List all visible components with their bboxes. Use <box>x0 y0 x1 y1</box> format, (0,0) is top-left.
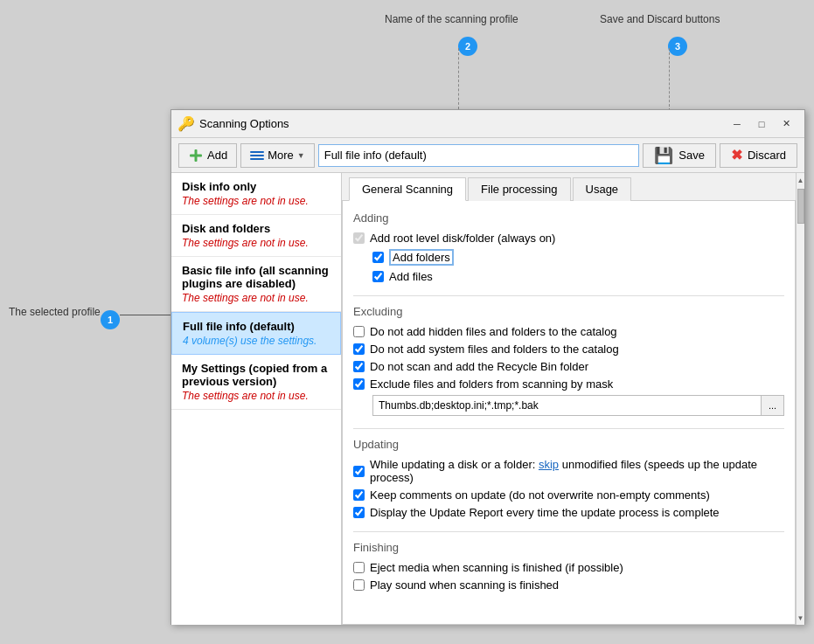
check-no-recycle: Do not scan and add the Recycle Bin fold… <box>353 360 784 373</box>
check-eject-media-input[interactable] <box>353 562 365 573</box>
profile-basic-file-info[interactable]: Basic file info (all scanning plugins ar… <box>171 257 341 312</box>
tab-content: Adding Add root level disk/folder (alway… <box>342 201 796 625</box>
title-bar: 🔑 Scanning Options ─ □ ✕ <box>171 110 804 138</box>
check-no-recycle-input[interactable] <box>353 361 365 372</box>
divider-2 <box>353 428 784 429</box>
check-skip-unmodified: While updating a disk or a folder: skip … <box>353 458 784 484</box>
profile-name: Full file info (default) <box>183 320 330 333</box>
check-play-sound: Play sound when scanning is finished <box>353 578 784 592</box>
add-folders-label: Add folders <box>389 249 454 266</box>
check-add-root: Add root level disk/folder (always on) <box>353 232 784 245</box>
check-exclude-mask-input[interactable] <box>353 378 365 390</box>
check-no-hidden: Do not add hidden files and folders to t… <box>353 325 784 338</box>
window-title: Scanning Options <box>199 117 726 130</box>
profile-full-file-info[interactable]: Full file info (default) 4 volume(s) use… <box>171 312 341 355</box>
check-no-system-input[interactable] <box>353 343 365 355</box>
check-exclude-mask: Exclude files and folders from scanning … <box>353 377 784 391</box>
excluding-section: Excluding Do not add hidden files and fo… <box>353 305 784 416</box>
tab-general-scanning[interactable]: General Scanning <box>349 177 466 201</box>
scroll-thumb[interactable] <box>797 189 804 224</box>
more-button[interactable]: More ▼ <box>240 143 315 168</box>
check-update-report-input[interactable] <box>353 507 365 518</box>
profile-name-annotation: Name of the scanning profile <box>385 13 518 25</box>
profile-status: The settings are not in use. <box>182 237 330 249</box>
window-controls: ─ □ ✕ <box>726 115 797 133</box>
save-button[interactable]: 💾 Save <box>643 143 716 168</box>
annotation-bubble-3: 3 <box>668 37 687 56</box>
excluding-section-title: Excluding <box>353 305 784 318</box>
updating-section-title: Updating <box>353 438 784 451</box>
main-content: Disk info only The settings are not in u… <box>171 173 804 625</box>
tab-file-processing[interactable]: File processing <box>468 177 570 201</box>
profile-status: The settings are not in use. <box>182 390 330 402</box>
check-add-root-input[interactable] <box>353 232 365 244</box>
check-eject-media: Eject media when scanning is finished (i… <box>353 561 784 574</box>
annotation-bubble-1: 1 <box>101 310 120 329</box>
right-panel: General Scanning File processing Usage A… <box>342 173 796 625</box>
annotation-bubble-2: 2 <box>458 37 477 56</box>
tabs: General Scanning File processing Usage <box>342 173 796 201</box>
profiles-panel: Disk info only The settings are not in u… <box>171 173 342 625</box>
check-add-folders: Add folders <box>372 249 784 266</box>
profile-name: Basic file info (all scanning plugins ar… <box>182 264 330 290</box>
updating-section: Updating While updating a disk or a fold… <box>353 438 784 519</box>
profile-disk-info-only[interactable]: Disk info only The settings are not in u… <box>171 173 341 215</box>
check-add-folders-input[interactable] <box>372 252 384 263</box>
skip-link[interactable]: skip <box>539 458 559 471</box>
save-discard-annotation: Save and Discard buttons <box>600 13 720 25</box>
profile-disk-and-folders[interactable]: Disk and folders The settings are not in… <box>171 215 341 257</box>
main-window: 🔑 Scanning Options ─ □ ✕ Add More ▼ 💾 Sa… <box>170 109 805 625</box>
profile-name: My Settings (copied from a previous vers… <box>182 362 330 388</box>
more-icon <box>250 151 264 160</box>
annotation-line-1 <box>120 315 170 315</box>
check-no-hidden-input[interactable] <box>353 326 365 337</box>
toolbar: Add More ▼ 💾 Save ✖ Discard <box>171 138 804 173</box>
profile-status: The settings are not in use. <box>182 195 330 207</box>
selected-profile-annotation: The selected profile <box>9 306 101 318</box>
check-add-files-input[interactable] <box>372 271 384 282</box>
profile-name-input[interactable] <box>318 144 640 167</box>
scroll-up-arrow[interactable]: ▲ <box>797 173 805 187</box>
check-add-files: Add files <box>372 270 784 283</box>
add-icon <box>188 148 204 163</box>
save-icon: 💾 <box>654 146 673 165</box>
mask-input-row: ... <box>372 395 784 416</box>
profile-status: The settings are not in use. <box>182 292 330 304</box>
annotation-line-2 <box>458 48 459 109</box>
mask-input[interactable] <box>372 395 762 416</box>
annotation-line-3 <box>669 48 670 111</box>
more-dropdown-arrow: ▼ <box>297 151 305 160</box>
tab-usage[interactable]: Usage <box>573 177 632 201</box>
check-update-report: Display the Update Report every time the… <box>353 506 784 519</box>
discard-button[interactable]: ✖ Discard <box>720 143 797 168</box>
divider-1 <box>353 295 784 296</box>
right-scrollbar: ▲ ▼ <box>796 173 804 625</box>
adding-section: Adding Add root level disk/folder (alway… <box>353 211 784 283</box>
check-play-sound-input[interactable] <box>353 579 365 591</box>
finishing-section: Finishing Eject media when scanning is f… <box>353 541 784 592</box>
mask-browse-button[interactable]: ... <box>762 395 784 416</box>
check-keep-comments: Keep comments on update (do not overwrit… <box>353 488 784 502</box>
add-button[interactable]: Add <box>178 143 237 168</box>
minimize-button[interactable]: ─ <box>726 115 748 133</box>
maximize-button[interactable]: □ <box>750 115 773 133</box>
check-no-system: Do not add system files and folders to t… <box>353 343 784 356</box>
profile-my-settings[interactable]: My Settings (copied from a previous vers… <box>171 355 341 410</box>
adding-section-title: Adding <box>353 211 784 225</box>
profile-name: Disk info only <box>182 180 330 193</box>
divider-3 <box>353 531 784 532</box>
close-button[interactable]: ✕ <box>775 115 797 133</box>
window-icon: 🔑 <box>178 116 194 132</box>
profile-name: Disk and folders <box>182 222 330 235</box>
check-keep-comments-input[interactable] <box>353 489 365 501</box>
scroll-down-arrow[interactable]: ▼ <box>797 611 805 625</box>
finishing-section-title: Finishing <box>353 541 784 554</box>
discard-icon: ✖ <box>731 147 742 163</box>
check-skip-unmodified-input[interactable] <box>353 466 365 477</box>
profile-status: 4 volume(s) use the settings. <box>183 335 330 347</box>
